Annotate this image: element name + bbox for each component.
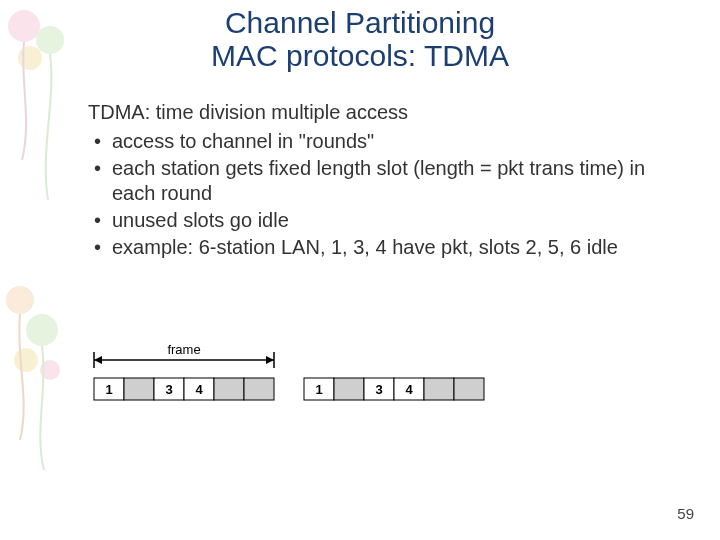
frame-2: 1 3 4 bbox=[304, 378, 484, 400]
title-line-1: Channel Partitioning bbox=[225, 6, 495, 39]
decorative-left-art bbox=[0, 0, 80, 540]
svg-point-5 bbox=[14, 348, 38, 372]
svg-rect-19 bbox=[334, 378, 364, 400]
bullet-list: access to channel in "rounds" each stati… bbox=[88, 129, 680, 260]
frame-bracket: frame bbox=[94, 342, 274, 368]
svg-point-4 bbox=[26, 314, 58, 346]
title-line-2: MAC protocols: TDMA bbox=[211, 39, 509, 72]
slot-number: 4 bbox=[195, 382, 203, 397]
slot-number: 4 bbox=[405, 382, 413, 397]
page-number: 59 bbox=[677, 505, 694, 522]
tdma-frame-diagram: frame 1 3 4 1 3 4 bbox=[88, 342, 498, 432]
bullet-item: example: 6-station LAN, 1, 3, 4 have pkt… bbox=[112, 235, 680, 260]
frame-1: 1 3 4 bbox=[94, 378, 274, 400]
slot-number: 3 bbox=[375, 382, 382, 397]
slide-body: TDMA: time division multiple access acce… bbox=[88, 100, 680, 262]
svg-rect-13 bbox=[124, 378, 154, 400]
svg-rect-16 bbox=[214, 378, 244, 400]
svg-rect-22 bbox=[424, 378, 454, 400]
svg-point-3 bbox=[6, 286, 34, 314]
slot-number: 3 bbox=[165, 382, 172, 397]
slot-number: 1 bbox=[315, 382, 322, 397]
slot-number: 1 bbox=[105, 382, 112, 397]
svg-rect-23 bbox=[454, 378, 484, 400]
slide: Channel Partitioning MAC protocols: TDMA… bbox=[0, 0, 720, 540]
svg-marker-8 bbox=[94, 356, 102, 364]
svg-point-6 bbox=[40, 360, 60, 380]
svg-rect-17 bbox=[244, 378, 274, 400]
svg-marker-9 bbox=[266, 356, 274, 364]
subheading: TDMA: time division multiple access bbox=[88, 100, 680, 125]
bullet-item: unused slots go idle bbox=[112, 208, 680, 233]
slide-title: Channel Partitioning MAC protocols: TDMA bbox=[0, 6, 720, 72]
frame-label: frame bbox=[167, 342, 200, 357]
bullet-item: each station gets fixed length slot (len… bbox=[112, 156, 680, 206]
bullet-item: access to channel in "rounds" bbox=[112, 129, 680, 154]
